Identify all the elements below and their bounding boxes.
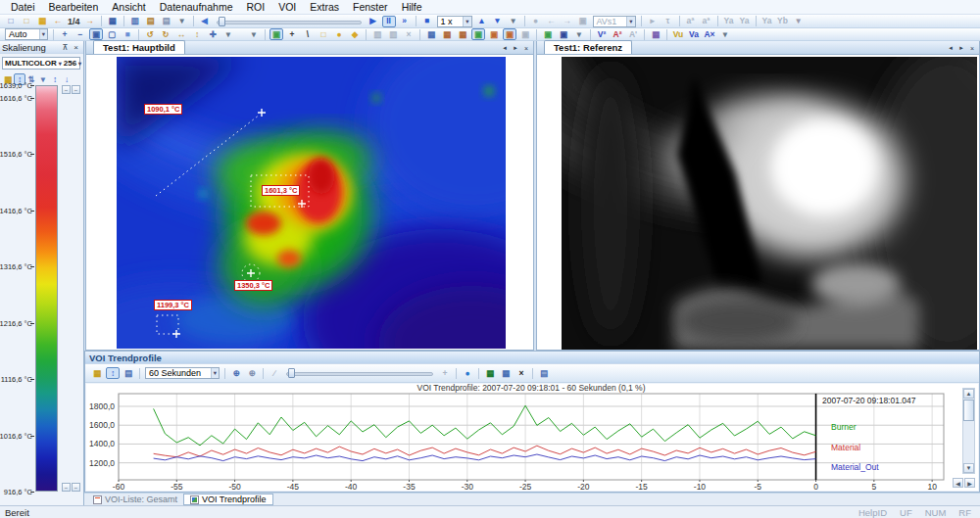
roi-lock-button[interactable]: ▣ xyxy=(471,28,485,40)
tab-referenz[interactable]: Test1: Referenz xyxy=(544,40,632,54)
new-report-button[interactable]: □ xyxy=(20,16,33,27)
roi-link-c-button[interactable]: ▣ xyxy=(518,28,532,40)
step-up-button[interactable]: ▲ xyxy=(475,16,489,27)
step-down-button[interactable]: ▼ xyxy=(491,16,505,27)
speed-combo[interactable]: 1 x▾ xyxy=(437,16,472,27)
slider-thumb[interactable] xyxy=(288,368,295,378)
stop-button[interactable]: ■ xyxy=(420,16,434,27)
new-document-button[interactable]: □ xyxy=(4,16,18,27)
bottom-tab-trendprofile[interactable]: VOI Trendprofile xyxy=(183,494,273,505)
scale-expand-button[interactable]: ↕ xyxy=(49,73,61,85)
trend-pointer-button[interactable]: + xyxy=(438,367,452,379)
roi-paste-button[interactable]: ▥ xyxy=(386,28,400,40)
roi-delete-button[interactable]: × xyxy=(402,28,416,40)
trend-print-button[interactable]: ▤ xyxy=(537,367,551,379)
close-icon[interactable]: × xyxy=(521,43,531,53)
pan-button[interactable]: ✚ xyxy=(206,28,220,40)
pin-icon[interactable]: ⊼ xyxy=(60,42,71,53)
flip-horizontal-button[interactable]: ↔ xyxy=(174,28,188,40)
trend-fit-vertical-button[interactable]: ↕ xyxy=(106,367,120,379)
flip-vertical-button[interactable]: ↕ xyxy=(190,28,204,40)
rewind-button[interactable]: ← xyxy=(545,16,559,27)
marker-tool-a-button[interactable]: Ya xyxy=(722,16,736,27)
spin-down-icon[interactable]: − xyxy=(72,483,80,492)
palette-combo[interactable]: MULTICOLOR ▾ 256 ▾ xyxy=(2,57,80,70)
roi-polygon-button[interactable]: ◆ xyxy=(348,28,362,40)
tab-scroll-right-icon[interactable]: ▸ xyxy=(511,43,520,53)
voi-image-button[interactable]: ▣ xyxy=(557,28,570,40)
tau-tool-button[interactable]: τ xyxy=(662,16,675,27)
roi-rectangle-button[interactable]: □ xyxy=(317,28,330,40)
roi-edit-button[interactable]: ▦ xyxy=(424,28,438,40)
roi-export-button[interactable]: ▦ xyxy=(456,28,469,40)
marker-tool-c-button[interactable]: Ya xyxy=(760,16,774,27)
snapshot-button[interactable]: ▣ xyxy=(576,16,590,27)
label-tool-a-button[interactable]: aª xyxy=(684,16,698,27)
scroll-down-icon[interactable]: ▼ xyxy=(963,463,974,473)
spin-up-icon[interactable]: − xyxy=(62,85,71,94)
marker-tool-d-button[interactable]: Yb xyxy=(776,16,790,27)
copy-button[interactable]: ▥ xyxy=(128,16,142,27)
trend-slider[interactable] xyxy=(286,368,433,378)
close-icon[interactable]: × xyxy=(967,43,977,53)
slider-thumb[interactable] xyxy=(219,17,225,26)
tab-scroll-right-icon[interactable]: ▸ xyxy=(956,43,966,53)
scale-manual-range-button[interactable]: ▾ xyxy=(37,73,49,85)
roi-copy-button[interactable]: ▥ xyxy=(370,28,384,40)
chart-scrollbar[interactable]: ▲ ▼ xyxy=(962,388,975,474)
scroll-up-icon[interactable]: ▲ xyxy=(963,389,974,399)
rotate-left-button[interactable]: ↺ xyxy=(143,28,157,40)
forward-button[interactable]: → xyxy=(561,16,574,27)
new-roi-button[interactable]: ▣ xyxy=(270,28,283,40)
voi-a2-button[interactable]: A² xyxy=(611,28,624,40)
menu-item-datenaufnahme[interactable]: Datenaufnahme xyxy=(153,1,240,13)
menu-item-bearbeiten[interactable]: Bearbeiten xyxy=(42,1,106,13)
audio-button[interactable]: ◀ xyxy=(198,16,212,27)
marker-tool-b-button[interactable]: Ya xyxy=(738,16,752,27)
pan-right-icon[interactable]: ▶ xyxy=(964,478,975,488)
roi-link-b-button[interactable]: ▣ xyxy=(503,28,516,40)
measurement-spot-label[interactable]: 1090,1 °C xyxy=(144,104,182,115)
export-excel-button[interactable]: ▦ xyxy=(483,367,497,379)
tab-hauptbild[interactable]: Test1: Hauptbild xyxy=(93,40,185,54)
color-scale-bar[interactable] xyxy=(35,85,58,492)
voi-edit-button[interactable]: ▦ xyxy=(649,28,662,40)
menu-item-ansicht[interactable]: Ansicht xyxy=(105,1,152,13)
zoom-in-button[interactable]: + xyxy=(58,28,72,40)
zoom-100-button[interactable]: ■ xyxy=(121,28,134,40)
voi-green-button[interactable]: ▣ xyxy=(541,28,555,40)
timeline-slider[interactable] xyxy=(217,17,362,26)
label-tool-b-button[interactable]: aª xyxy=(700,16,713,27)
measurement-spot-label[interactable]: 1601,3 °C xyxy=(262,185,300,196)
more-playback-button[interactable]: ▾ xyxy=(507,16,520,27)
voi-ax-button[interactable]: A× xyxy=(703,28,716,40)
roi-line-button[interactable]: \ xyxy=(301,28,315,40)
record-button[interactable]: ● xyxy=(529,16,543,27)
trend-scale-button[interactable]: ▤ xyxy=(122,367,135,379)
pause-button[interactable]: II xyxy=(382,16,396,27)
close-icon[interactable]: × xyxy=(71,42,81,53)
fast-forward-button[interactable]: » xyxy=(398,16,412,27)
more-view-button[interactable]: ▾ xyxy=(221,28,235,40)
menu-item-datei[interactable]: Datei xyxy=(4,1,42,13)
trend-palette-button[interactable]: ▦ xyxy=(90,367,104,379)
menu-item-fenster[interactable]: Fenster xyxy=(346,1,395,13)
scale-shift-down-button[interactable]: ↓ xyxy=(61,73,73,85)
rotate-right-button[interactable]: ↻ xyxy=(159,28,172,40)
cursor-tool-button[interactable]: ▸ xyxy=(646,16,660,27)
trend-pen-button[interactable]: ∕ xyxy=(268,367,281,379)
avs-combo[interactable]: AVs1▾ xyxy=(593,16,636,27)
more-voi-tools-button[interactable]: ▾ xyxy=(718,28,732,40)
save-button[interactable]: ▦ xyxy=(106,16,120,27)
menu-item-hilfe[interactable]: Hilfe xyxy=(395,1,429,13)
roi-list-button[interactable]: ▦ xyxy=(440,28,454,40)
trend-zoom-out-button[interactable]: ⊕ xyxy=(245,367,259,379)
menu-item-roi[interactable]: ROI xyxy=(239,1,271,13)
more-export-button[interactable]: ▾ xyxy=(175,16,189,27)
reference-image[interactable] xyxy=(562,57,977,350)
trend-sphere-button[interactable]: ● xyxy=(461,367,474,379)
trend-zoom-in-button[interactable]: ⊕ xyxy=(229,367,243,379)
pan-left-icon[interactable]: ◀ xyxy=(953,478,963,488)
voi-v2-button[interactable]: V² xyxy=(595,28,609,40)
voi-a1-button[interactable]: A' xyxy=(626,28,640,40)
